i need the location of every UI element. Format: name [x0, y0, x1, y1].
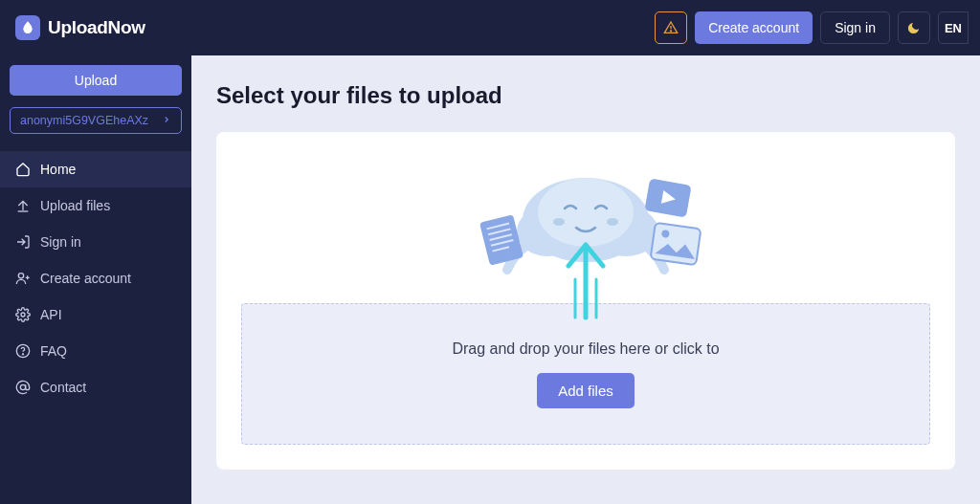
moon-icon — [906, 21, 921, 35]
page-title: Select your files to upload — [216, 82, 955, 109]
svg-point-2 — [18, 274, 23, 278]
nav-label: Create account — [40, 271, 131, 286]
sidebar: Upload anonymi5G9VGEheAXz Home Upload fi… — [0, 55, 191, 504]
warning-icon — [663, 20, 679, 35]
nav-item-upload-files[interactable]: Upload files — [0, 187, 191, 224]
theme-toggle-button[interactable] — [898, 11, 930, 44]
nav-item-api[interactable]: API — [0, 296, 191, 333]
chevron-right-icon — [162, 114, 171, 127]
logo-icon — [15, 15, 40, 40]
dropzone-text: Drag and drop your files here or click t… — [261, 340, 910, 358]
svg-point-12 — [607, 218, 618, 226]
anonymous-user-chip[interactable]: anonymi5G9VGEheAXz — [10, 107, 182, 134]
header: UploadNow Create account Sign in EN — [0, 0, 980, 55]
signin-icon — [15, 234, 31, 250]
sign-in-button[interactable]: Sign in — [820, 11, 890, 44]
nav-label: API — [40, 307, 62, 322]
svg-point-11 — [553, 218, 565, 226]
user-plus-icon — [15, 271, 31, 286]
upload-icon — [15, 198, 31, 213]
svg-rect-13 — [479, 214, 523, 265]
main-layout: Upload anonymi5G9VGEheAXz Home Upload fi… — [0, 55, 980, 504]
home-icon — [15, 162, 31, 177]
upload-illustration — [241, 145, 930, 303]
at-icon — [15, 380, 31, 395]
svg-point-1 — [671, 31, 672, 32]
nav-label: Contact — [40, 380, 86, 395]
nav-label: Sign in — [40, 234, 81, 250]
nav-item-faq[interactable]: FAQ — [0, 333, 191, 369]
svg-point-6 — [20, 384, 25, 389]
logo-text: UploadNow — [48, 17, 145, 38]
svg-point-10 — [538, 178, 634, 247]
gear-icon — [15, 307, 31, 322]
alert-button[interactable] — [655, 11, 687, 44]
add-files-button[interactable]: Add files — [537, 373, 635, 408]
nav-item-contact[interactable]: Contact — [0, 369, 191, 405]
header-actions: Create account Sign in EN — [655, 11, 969, 44]
help-icon — [15, 343, 31, 359]
create-account-button[interactable]: Create account — [695, 11, 813, 44]
logo[interactable]: UploadNow — [11, 15, 145, 40]
nav-label: FAQ — [40, 343, 67, 359]
anon-id-label: anonymi5G9VGEheAXz — [20, 114, 148, 127]
content: Select your files to upload — [191, 55, 980, 504]
nav-item-home[interactable]: Home — [0, 151, 191, 187]
language-button[interactable]: EN — [938, 11, 969, 44]
nav-list: Home Upload files Sign in Create account… — [0, 151, 191, 405]
svg-point-5 — [22, 354, 23, 355]
nav-label: Upload files — [40, 198, 110, 213]
svg-point-3 — [21, 313, 25, 317]
nav-label: Home — [40, 162, 76, 177]
upload-panel: Drag and drop your files here or click t… — [216, 132, 955, 470]
nav-item-sign-in[interactable]: Sign in — [0, 224, 191, 260]
upload-button[interactable]: Upload — [10, 65, 182, 96]
nav-item-create-account[interactable]: Create account — [0, 260, 191, 296]
